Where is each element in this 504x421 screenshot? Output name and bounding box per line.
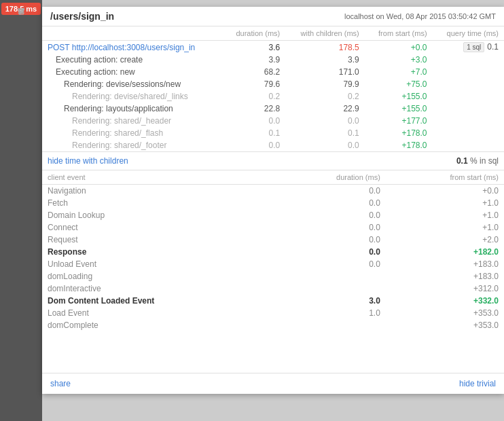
client-event-from-start: +312.0 xyxy=(386,282,504,295)
row-label: Rendering: layouts/application xyxy=(42,103,223,115)
col-query-time: query time (ms) xyxy=(433,26,504,41)
row-duration: 0.1 xyxy=(223,127,285,139)
client-event-from-start: +183.0 xyxy=(386,270,504,282)
main-panel: /users/sign_in localhost on Wed, 08 Apr … xyxy=(42,7,504,394)
row-with-children: 79.9 xyxy=(285,78,365,90)
client-event-label: Response xyxy=(42,246,276,258)
row-label: Executing action: new xyxy=(42,66,223,78)
client-event-label: domComplete xyxy=(42,319,276,331)
row-with-children: 0.2 xyxy=(285,90,365,103)
hide-time-link[interactable]: hide time with children xyxy=(48,156,128,166)
row-from-start: +0.0 xyxy=(365,41,433,54)
row-duration: 68.2 xyxy=(223,66,285,78)
row-from-start: +178.0 xyxy=(365,139,433,151)
server-table: duration (ms) with children (ms) from st… xyxy=(42,26,504,151)
table-row: Rendering: layouts/application 22.8 22.9… xyxy=(42,103,504,115)
row-from-start: +155.0 xyxy=(365,90,433,103)
row-with-children: 0.1 xyxy=(285,127,365,139)
client-event-duration: 1.0 xyxy=(276,307,386,319)
row-duration: 3.6 xyxy=(223,41,285,54)
row-label: Executing action: create xyxy=(42,54,223,66)
client-event-label: Fetch xyxy=(42,197,276,209)
client-event-from-start: +2.0 xyxy=(386,234,504,246)
sql-pct-value: 0.1 xyxy=(456,156,468,166)
row-query-time xyxy=(433,103,504,115)
table-row: Unload Event 0.0 +183.0 xyxy=(42,258,504,270)
row-label: Rendering: devise/sessions/new xyxy=(42,78,223,90)
row-label: Rendering: devise/shared/_links xyxy=(42,90,223,103)
client-event-from-start: +353.0 xyxy=(386,307,504,319)
client-event-duration: 0.0 xyxy=(276,197,386,209)
client-event-duration xyxy=(276,319,386,331)
client-event-duration xyxy=(276,282,386,295)
table-row: Load Event 1.0 +353.0 xyxy=(42,307,504,319)
row-query-time xyxy=(433,78,504,90)
client-event-duration: 0.0 xyxy=(276,246,386,258)
row-query-time xyxy=(433,90,504,103)
client-event-label: domLoading xyxy=(42,270,276,282)
client-event-duration: 0.0 xyxy=(276,258,386,270)
client-event-label: Unload Event xyxy=(42,258,276,270)
hide-time-row: hide time with children 0.1 % in sql xyxy=(42,151,504,170)
table-row: Rendering: shared/_flash 0.1 0.1 +178.0 xyxy=(42,127,504,139)
row-duration: 0.2 xyxy=(223,90,285,103)
page-title: /users/sign_in xyxy=(50,11,114,22)
row-duration: 0.0 xyxy=(223,115,285,127)
client-event-label: Connect xyxy=(42,221,276,234)
client-event-from-start: +0.0 xyxy=(386,185,504,198)
row-from-start: +75.0 xyxy=(365,78,433,90)
client-event-from-start: +1.0 xyxy=(386,221,504,234)
table-row: Domain Lookup 0.0 +1.0 xyxy=(42,209,504,221)
sidebar: 178.5 ms 日本語或其 xyxy=(0,0,42,421)
client-event-duration: 3.0 xyxy=(276,295,386,307)
row-duration: 3.9 xyxy=(223,54,285,66)
client-event-label: Load Event xyxy=(42,307,276,319)
row-query-time xyxy=(433,139,504,151)
client-col-event: client event xyxy=(42,170,276,185)
client-event-from-start: +1.0 xyxy=(386,209,504,221)
table-row: Rendering: devise/sessions/new 79.6 79.9… xyxy=(42,78,504,90)
share-link[interactable]: share xyxy=(50,379,71,388)
table-row: Navigation 0.0 +0.0 xyxy=(42,185,504,198)
client-event-duration xyxy=(276,270,386,282)
client-event-duration: 0.0 xyxy=(276,221,386,234)
client-event-duration: 0.0 xyxy=(276,234,386,246)
table-row: domInteractive +312.0 xyxy=(42,282,504,295)
row-duration: 79.6 xyxy=(223,78,285,90)
row-query-time: 1 sql0.1 xyxy=(433,41,504,54)
row-with-children: 3.9 xyxy=(285,54,365,66)
row-from-start: +3.0 xyxy=(365,54,433,66)
row-query-time xyxy=(433,66,504,78)
client-event-from-start: +1.0 xyxy=(386,197,504,209)
row-query-time xyxy=(433,54,504,66)
row-duration: 0.0 xyxy=(223,139,285,151)
client-event-label: domInteractive xyxy=(42,282,276,295)
row-query-time xyxy=(433,127,504,139)
request-link[interactable]: POST http://localhost:3008/users/sign_in xyxy=(48,43,195,52)
client-event-duration: 0.0 xyxy=(276,209,386,221)
table-row: domComplete +353.0 xyxy=(42,319,504,331)
footer-row: share hide trivial xyxy=(42,373,504,394)
client-event-from-start: +182.0 xyxy=(386,246,504,258)
row-label: POST http://localhost:3008/users/sign_in xyxy=(42,41,223,54)
header-bar: /users/sign_in localhost on Wed, 08 Apr … xyxy=(42,7,504,26)
table-row: Connect 0.0 +1.0 xyxy=(42,221,504,234)
col-label xyxy=(42,26,223,41)
row-from-start: +178.0 xyxy=(365,127,433,139)
row-from-start: +177.0 xyxy=(365,115,433,127)
col-from-start: from start (ms) xyxy=(365,26,433,41)
sql-percent: 0.1 % in sql xyxy=(456,156,499,166)
row-with-children: 0.0 xyxy=(285,115,365,127)
table-row: Response 0.0 +182.0 xyxy=(42,246,504,258)
row-from-start: +7.0 xyxy=(365,66,433,78)
client-event-label: Domain Lookup xyxy=(42,209,276,221)
row-with-children: 22.9 xyxy=(285,103,365,115)
hide-trivial-link[interactable]: hide trivial xyxy=(459,379,496,388)
row-with-children: 171.0 xyxy=(285,66,365,78)
row-with-children: 0.0 xyxy=(285,139,365,151)
client-event-duration: 0.0 xyxy=(276,185,386,198)
row-from-start: +155.0 xyxy=(365,103,433,115)
client-col-duration: duration (ms) xyxy=(276,170,386,185)
client-event-from-start: +332.0 xyxy=(386,295,504,307)
client-table: client event duration (ms) from start (m… xyxy=(42,170,504,331)
